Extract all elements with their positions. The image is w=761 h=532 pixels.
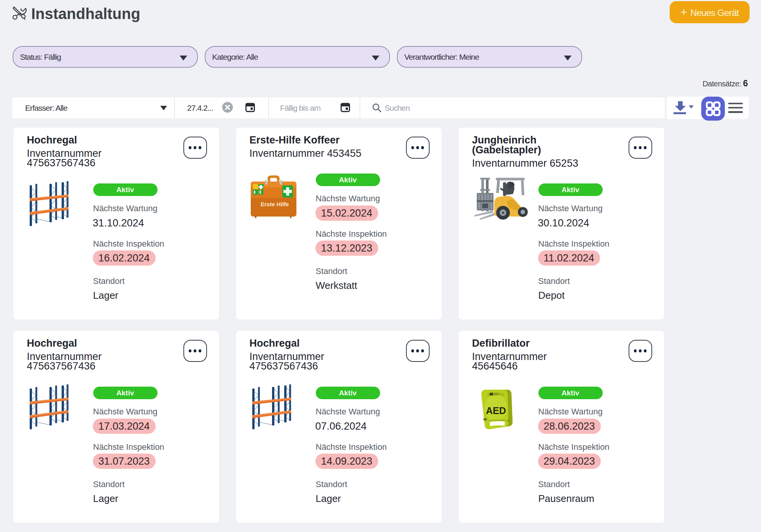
svg-text:Erste Hilfe: Erste Hilfe bbox=[261, 201, 289, 207]
svg-text:AED: AED bbox=[486, 405, 506, 416]
